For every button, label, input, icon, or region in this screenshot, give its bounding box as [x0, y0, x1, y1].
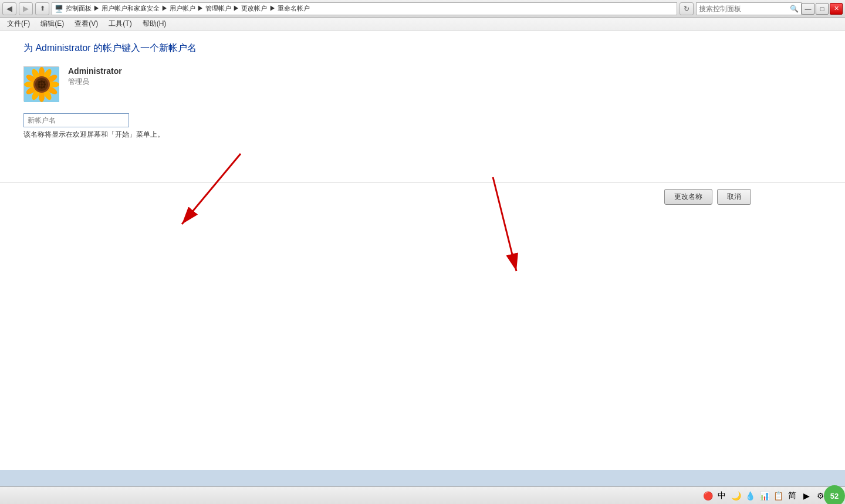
taskbar-icon-drop[interactable]: 💧 [744, 490, 756, 502]
menu-help[interactable]: 帮助(H) [138, 18, 171, 30]
taskbar-icon-moon[interactable]: 🌙 [730, 490, 742, 502]
menu-file[interactable]: 文件(F) [2, 18, 35, 30]
hint-text: 该名称将显示在欢迎屏幕和「开始」菜单上。 [23, 130, 822, 140]
taskbar-icon-copy[interactable]: 📋 [772, 490, 784, 502]
windows-icon: 🖥️ [55, 5, 63, 13]
search-icon: 🔍 [790, 5, 799, 13]
taskbar-icon-sougou[interactable]: 🔴 [702, 490, 714, 502]
user-avatar [23, 66, 59, 102]
taskbar-green-badge[interactable]: 52 [824, 485, 845, 504]
nav-up-btn[interactable]: ⬆ [35, 2, 49, 15]
svg-point-18 [38, 83, 40, 86]
confirm-button[interactable]: 更改名称 [664, 189, 712, 205]
search-input[interactable] [699, 5, 790, 13]
search-bar: 🔍 [696, 2, 802, 15]
svg-point-20 [43, 83, 46, 86]
nav-forward-btn[interactable]: ▶ [19, 2, 33, 15]
menu-bar: 文件(F) 编辑(E) 查看(V) 工具(T) 帮助(H) [0, 18, 845, 31]
status-bar: 🔴 中 🌙 💧 📊 📋 简 ▶ ⚙ 🔒 52 [0, 486, 845, 504]
user-info: Administrator 管理员 [68, 66, 122, 87]
new-account-name-input[interactable] [23, 113, 129, 127]
breadcrumb-text: 控制面板 ▶ 用户帐户和家庭安全 ▶ 用户帐户 ▶ 管理帐户 ▶ 更改帐户 ▶ … [66, 4, 310, 13]
user-role: 管理员 [68, 77, 122, 87]
taskbar-icon-play[interactable]: ▶ [800, 490, 812, 502]
svg-point-23 [43, 86, 45, 88]
refresh-btn[interactable]: ↻ [680, 2, 694, 15]
address-bar: 🖥️ 控制面板 ▶ 用户帐户和家庭安全 ▶ 用户帐户 ▶ 管理帐户 ▶ 更改帐户… [52, 2, 677, 15]
button-row: 更改名称 取消 [664, 189, 751, 205]
menu-edit[interactable]: 编辑(E) [36, 18, 69, 30]
arrow-left-indicator [164, 148, 258, 242]
menu-tools[interactable]: 工具(T) [104, 18, 136, 30]
svg-line-27 [493, 177, 516, 271]
title-bar: ◀ ▶ ⬆ 🖥️ 控制面板 ▶ 用户帐户和家庭安全 ▶ 用户帐户 ▶ 管理帐户 … [0, 0, 845, 18]
user-name: Administrator [68, 66, 122, 76]
nav-back-btn[interactable]: ◀ [2, 2, 16, 15]
divider [0, 182, 845, 182]
user-section: Administrator 管理员 [23, 66, 822, 102]
minimize-btn[interactable]: — [802, 3, 814, 15]
svg-point-16 [40, 80, 43, 83]
cancel-button[interactable]: 取消 [717, 189, 751, 205]
maximize-btn[interactable]: □ [816, 3, 829, 15]
svg-point-22 [40, 86, 43, 89]
taskbar-icon-chart[interactable]: 📊 [758, 490, 770, 502]
form-section: 该名称将显示在欢迎屏幕和「开始」菜单上。 [23, 113, 822, 140]
svg-point-15 [38, 81, 40, 83]
svg-line-25 [182, 154, 241, 224]
taskbar-icon-jian[interactable]: 简 [786, 490, 798, 502]
main-content: 为 Administrator 的帐户键入一个新帐户名 [0, 31, 845, 470]
menu-view[interactable]: 查看(V) [70, 18, 103, 30]
svg-point-19 [40, 83, 43, 86]
taskbar-icon-ime[interactable]: 中 [716, 490, 728, 502]
close-btn[interactable]: ✕ [830, 3, 843, 15]
svg-point-21 [38, 86, 40, 88]
arrow-right-indicator [446, 171, 563, 289]
svg-point-17 [43, 81, 45, 83]
page-title: 为 Administrator 的帐户键入一个新帐户名 [23, 42, 822, 55]
